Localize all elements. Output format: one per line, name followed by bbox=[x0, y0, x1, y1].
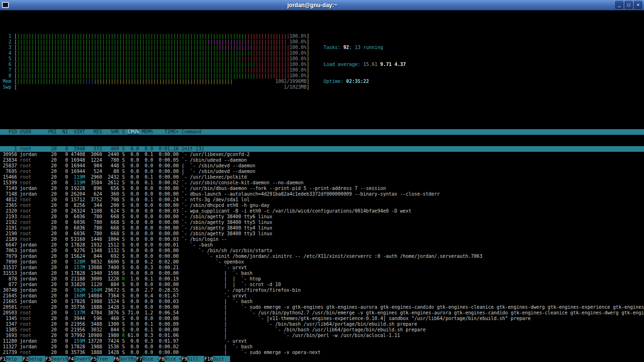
process-row[interactable]: 31553jordan2001782819401508S0.00.00:00.0… bbox=[0, 271, 644, 276]
process-row[interactable]: 1385root200219563032844S0.00.10:00.00 | … bbox=[0, 327, 644, 333]
process-row[interactable]: 20501root2003573618881428S0.00.00:00.00 … bbox=[0, 304, 644, 310]
cell-cpu: 0.0 bbox=[128, 338, 139, 344]
column-header-cpu[interactable]: CPU% bbox=[128, 129, 139, 135]
process-row[interactable]: 7079jordan20015624844692S0.00.00:00.00 `… bbox=[0, 254, 644, 259]
column-header-user[interactable]: USER bbox=[20, 129, 45, 135]
cell-virt: 15624 bbox=[71, 254, 85, 259]
process-row[interactable]: 2193root2006036780668S0.00.00:00.00`- /s… bbox=[0, 214, 644, 220]
cell-shr: 80 bbox=[105, 169, 119, 174]
column-header-virt[interactable]: VIRT bbox=[71, 129, 85, 135]
selected-process-row[interactable]: 1root2003948572460S0.00.00:01.16init [3] bbox=[0, 146, 644, 152]
process-row[interactable]: 7695root2001694452480S0.00.00:00.00| `- … bbox=[0, 169, 644, 174]
cell-virt: 137M bbox=[71, 310, 85, 316]
column-header-s[interactable]: S bbox=[122, 129, 125, 135]
cell-shr: 1536 bbox=[105, 344, 119, 350]
cell-state: S bbox=[122, 259, 125, 265]
cell-ni: 0 bbox=[59, 299, 68, 304]
column-header-ni[interactable]: NI bbox=[59, 129, 68, 135]
fkey-setup[interactable]: F2Setup bbox=[23, 356, 45, 362]
process-row[interactable]: 878jordan2002118830001228R1.00.10:00.19 … bbox=[0, 276, 644, 282]
cell-state: S bbox=[122, 321, 125, 327]
cell-command: | `- bash bbox=[182, 299, 644, 304]
maximize-button[interactable]: □ bbox=[625, 1, 633, 9]
process-row[interactable]: 7148jordan20026204624360S0.00.00:00.00`-… bbox=[0, 191, 644, 197]
column-header-command[interactable]: Command bbox=[182, 129, 644, 135]
cell-command: | | `- scrot -d 10 bbox=[182, 282, 644, 288]
process-row[interactable]: 4812root200157123752708S0.00.10:00.24`- … bbox=[0, 197, 644, 203]
fkey-invert[interactable]: F4Invert bbox=[68, 356, 91, 362]
cell-ni: 0 bbox=[59, 237, 68, 242]
column-header-pri[interactable]: PRI bbox=[48, 129, 57, 135]
cell-cpu: 0.0 bbox=[128, 254, 139, 259]
cell-virt: 26204 bbox=[71, 191, 85, 197]
process-row[interactable]: 30748jordan200592M104M29672S0.02.70:28.5… bbox=[0, 288, 644, 293]
cell-state: S bbox=[122, 288, 125, 293]
process-row[interactable]: 20503root200137M47843876S71.01.20:06.54 … bbox=[0, 310, 644, 316]
process-row[interactable]: 7090jordan200128M98326600S0.00.20:02.00 … bbox=[0, 259, 644, 265]
process-row[interactable]: 7149jordan20019228896656S0.00.00:00.00`-… bbox=[0, 186, 644, 191]
process-row[interactable]: 25837root20016944904448S0.00.00:00.00| `… bbox=[0, 163, 644, 169]
process-row[interactable]: 15466root200119M29602432S0.00.10:00.00`-… bbox=[0, 174, 644, 180]
cell-cpu: 1.0 bbox=[128, 276, 139, 282]
process-row[interactable]: 2189root2005316014481004S0.00.00:00.03`-… bbox=[0, 237, 644, 242]
process-row[interactable]: 23834root200169481224780S0.00.00:00.05`-… bbox=[0, 157, 644, 163]
process-row[interactable]: 11327jordan2001782819881536S0.00.00:00.0… bbox=[0, 344, 644, 350]
cell-state: S bbox=[122, 157, 125, 163]
cell-cpu: 0.0 bbox=[128, 186, 139, 191]
column-header-time[interactable]: TIME+ bbox=[156, 129, 179, 135]
fkey-help[interactable]: F1Help bbox=[0, 356, 23, 362]
fkey-search[interactable]: F3Search bbox=[45, 356, 68, 362]
process-row[interactable]: 31537jordan200157M130887400S0.00.30:00.2… bbox=[0, 265, 644, 271]
fkey-tree[interactable]: F5Tree bbox=[91, 356, 114, 362]
column-header-pid[interactable]: PID bbox=[3, 129, 17, 135]
process-row[interactable]: 2192root2006036780668S0.00.00:00.00`- /s… bbox=[0, 220, 644, 225]
process-row[interactable]: 21665jordan2001782819881524S0.00.00:00.0… bbox=[0, 299, 644, 304]
cell-cpu: 0.0 bbox=[128, 321, 139, 327]
process-row[interactable]: 6647jordan2001782819321512S0.00.00:00.01… bbox=[0, 242, 644, 248]
cell-state: S bbox=[122, 231, 125, 237]
cell-virt: 21956 bbox=[71, 321, 85, 327]
cell-time: 0:00.00 bbox=[156, 350, 179, 355]
cell-res: 1988 bbox=[88, 299, 102, 304]
cell-time: 0:00.00 bbox=[156, 282, 179, 288]
process-row[interactable]: 877jordan200318201120884S0.00.00:00.00 |… bbox=[0, 282, 644, 288]
process-row[interactable]: 2365root2008256344200S0.00.00:00.00`- /s… bbox=[0, 203, 644, 208]
column-header-shr[interactable]: SHR bbox=[105, 129, 119, 135]
cell-command: | `- /bin/bash /usr/lib64/portage/bin/eb… bbox=[182, 321, 644, 327]
process-row[interactable]: 1347root2002195634881300S0.00.10:00.09 |… bbox=[0, 321, 644, 327]
process-row[interactable]: 21739root2003573618881428S0.00.00:00.00 … bbox=[0, 350, 644, 355]
fkey-kill[interactable]: F9Kill bbox=[182, 356, 204, 362]
cell-command: | `- sudo emerge -v gtk-engines gtk-engi… bbox=[182, 304, 644, 310]
process-row[interactable]: 30958jordan2004740830602440S0.00.10:00.0… bbox=[0, 152, 644, 157]
cell-pid: 31537 bbox=[3, 265, 17, 271]
process-row[interactable]: 2191root2006036780668S0.00.00:00.00`- /s… bbox=[0, 225, 644, 231]
cell-user: root bbox=[20, 225, 45, 231]
fkey-sortby[interactable]: F6SortBy bbox=[114, 356, 136, 362]
minimize-button[interactable]: _ bbox=[615, 1, 623, 9]
cpu-meter-8-bar: ||||||||||||||||||||||||||||||||||||||||… bbox=[17, 73, 306, 79]
fkey-nice-plus[interactable]: F8Nice + bbox=[159, 356, 182, 362]
process-row[interactable]: 1693root20037992109801980R61.00.30:01.06… bbox=[0, 333, 644, 338]
table-header-row[interactable]: PIDUSERPRINIVIRTRESSHRSCPU%MEM%TIME+Comm… bbox=[0, 129, 644, 135]
cell-pri: 20 bbox=[48, 333, 57, 338]
process-row[interactable]: 7063jordan200927613481132S0.00.00:00.00 … bbox=[0, 248, 644, 254]
process-row[interactable]: 15399root200119M35842612S0.00.10:00.02`-… bbox=[0, 180, 644, 186]
cell-state: S bbox=[122, 191, 125, 197]
process-row[interactable]: 11280jordan200159M137207424S0.00.30:01.9… bbox=[0, 338, 644, 344]
cell-state: S bbox=[122, 152, 125, 157]
cell-pid: 1345 bbox=[3, 316, 17, 321]
cpu-meter-7-bar: ||||||||||||||||||||||||||||||||||||||||… bbox=[17, 67, 306, 73]
process-row[interactable]: 2190root2006036780668S0.00.00:00.00`- /s… bbox=[0, 231, 644, 237]
close-button[interactable]: × bbox=[634, 1, 642, 9]
process-row[interactable]: 1345root2003944596460S0.00.00:00.00 | `-… bbox=[0, 316, 644, 321]
fkey-nice-minus[interactable]: F7Nice - bbox=[136, 356, 159, 362]
cell-shr: 1132 bbox=[105, 248, 119, 254]
column-header-res[interactable]: RES bbox=[88, 129, 102, 135]
titlebar[interactable]: jordan@gnu-day:~ _ □ × bbox=[0, 0, 644, 10]
column-header-mem[interactable]: MEM% bbox=[142, 129, 153, 135]
process-row[interactable]: 2320root200263241108624S0.00.00:00.03`- … bbox=[0, 208, 644, 214]
fkey-quit[interactable]: F10Quit bbox=[204, 356, 230, 362]
cell-res: 3752 bbox=[88, 197, 102, 203]
cell-state: S bbox=[122, 304, 125, 310]
process-row[interactable]: 21645jordan200160M140847364S0.00.40:01.6… bbox=[0, 293, 644, 299]
